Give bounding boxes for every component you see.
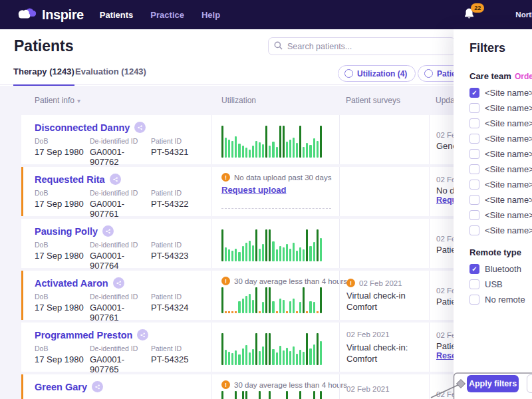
warning-icon: ! (346, 279, 355, 287)
utilization-chart (221, 389, 322, 399)
survey-line: Comfort (346, 353, 408, 364)
deid-value: GA0001-907765 (90, 354, 151, 374)
dob-value: 17 Sep 1980 (35, 147, 90, 157)
patient-id-value: PT-54324 (151, 303, 188, 313)
dob-value: 17 Sep 1980 (35, 303, 90, 313)
tab-bar: Therapy (1243) Evaluation (1243) Utiliza… (0, 63, 532, 85)
checkbox-icon (469, 210, 479, 220)
filter-checkbox-site[interactable]: <Site name> (469, 103, 532, 113)
chip-utilization[interactable]: Utilization (4) (338, 65, 416, 82)
patient-name-link[interactable]: Programmed Preston (35, 330, 132, 340)
dob-label: DoB (35, 189, 90, 197)
filter-checkbox-site[interactable]: <Site name> (469, 195, 532, 205)
warning-icon: ! (221, 173, 230, 182)
patient-name-link[interactable]: Requested Rita (35, 174, 105, 185)
checkbox-checked-icon: ✓ (469, 264, 479, 274)
remote-type-label: Remote type (469, 247, 532, 257)
checkbox-icon (469, 195, 479, 205)
deid-value: GA0001-907761 (90, 199, 151, 219)
sort-down-icon[interactable]: ▾ (77, 97, 80, 104)
checkbox-icon (469, 149, 479, 159)
patient-search[interactable] (268, 37, 456, 55)
dob-label: DoB (35, 293, 90, 301)
dob-label: DoB (35, 241, 90, 249)
dob-label: DoB (35, 137, 90, 145)
tab-therapy[interactable]: Therapy (1243) (13, 66, 74, 86)
checkbox-icon (469, 225, 479, 235)
low-usage-message: 30 day average less than 4 hours (234, 277, 347, 285)
ordered-tag: Ordered (515, 72, 532, 81)
deid-value: GA0001-907761 (90, 303, 151, 323)
nav-item-patients[interactable]: Patients (100, 10, 134, 20)
col-patient-info[interactable]: Patient info▾ (21, 96, 211, 105)
nav-item-help[interactable]: Help (201, 10, 220, 20)
patient-id-label: Patient ID (151, 344, 188, 352)
main-nav: Patients Practice Help (100, 10, 220, 20)
col-utilization: Utilization (211, 96, 339, 105)
empty-chart-dashed-line (221, 208, 331, 209)
brand-name: Inspire (42, 7, 84, 23)
filter-checkbox-site[interactable]: <Site name> (469, 180, 532, 190)
dob-label: DoB (35, 344, 90, 352)
deid-label: De-identified ID (90, 344, 151, 352)
patient-name-link[interactable]: Pausing Polly (35, 226, 98, 237)
checkbox-icon (469, 164, 479, 174)
filter-checkbox-site[interactable]: <Site name> (469, 210, 532, 220)
nav-item-practice[interactable]: Practice (150, 10, 184, 20)
notifications-button[interactable]: 22 (464, 8, 474, 22)
secondary-button-partial[interactable] (527, 374, 532, 393)
survey-line: Virtual check-in (346, 290, 406, 301)
filter-checkbox-site[interactable]: <Site name> (469, 225, 532, 235)
deid-value: GA0001-907764 (90, 251, 151, 271)
deid-label: De-identified ID (90, 137, 151, 145)
patient-id-label: Patient ID (151, 293, 188, 301)
patients-table: Patient info▾ Utilization Patient survey… (0, 86, 532, 399)
deid-label: De-identified ID (90, 241, 151, 249)
share-icon[interactable] (102, 225, 114, 237)
filter-checkbox-site[interactable]: <Site name> (469, 164, 532, 174)
checkbox-icon (469, 118, 479, 128)
filters-panel: Filters Care teamOrdered ✓<Site name> <S… (454, 29, 532, 399)
share-icon[interactable] (134, 122, 146, 133)
survey-date: 02 Feb 2021 (346, 331, 390, 338)
filters-title: Filters (469, 41, 532, 55)
care-team-label: Care teamOrdered (469, 71, 532, 81)
filter-checkbox-usb[interactable]: USB (469, 279, 532, 289)
utilization-chart (221, 285, 322, 313)
deid-value: GA0001-907762 (90, 147, 151, 167)
share-icon[interactable] (92, 381, 103, 392)
deid-label: De-identified ID (90, 189, 151, 197)
share-icon[interactable] (110, 174, 121, 185)
filter-checkbox-site[interactable]: <Site name> (469, 149, 532, 159)
app-logo[interactable]: Inspire (16, 6, 84, 23)
filter-checkbox-bluetooth[interactable]: ✓Bluetooth (469, 264, 532, 274)
tab-evaluation[interactable]: Evaluation (1243) (75, 66, 146, 84)
checkbox-icon (469, 180, 479, 190)
filter-checkbox-site[interactable]: ✓<Site name> (469, 88, 532, 98)
apply-filters-button[interactable]: Apply filters (467, 375, 519, 392)
patient-id-value: PT-54322 (151, 199, 188, 209)
patient-name-link[interactable]: Disconnected Danny (35, 122, 130, 133)
page-title: Patients (14, 37, 73, 55)
filter-checkbox-site[interactable]: <Site name> (469, 118, 532, 128)
notification-count-badge: 22 (471, 3, 484, 13)
cloud-logo-icon (16, 6, 37, 23)
checkbox-checked-icon: ✓ (469, 88, 479, 98)
utilization-chart (221, 331, 322, 365)
patient-id-value: PT-54321 (151, 147, 188, 157)
org-name[interactable]: North (515, 11, 532, 19)
survey-line: Comfort (346, 301, 406, 313)
survey-date: 02 Feb 2021 (359, 279, 402, 287)
filter-checkbox-no-remote[interactable]: No remote (469, 295, 532, 305)
patient-name-link[interactable]: Green Gary (35, 382, 87, 392)
checkbox-icon (469, 295, 479, 305)
patient-name-link[interactable]: Activated Aaron (35, 278, 108, 289)
search-input[interactable] (287, 42, 450, 51)
share-icon[interactable] (137, 329, 148, 340)
deid-label: De-identified ID (90, 293, 151, 301)
filter-checkbox-site[interactable]: <Site name> (469, 134, 532, 144)
utilization-chart (221, 123, 322, 158)
request-upload-link[interactable]: Request upload (221, 185, 287, 195)
patient-id-label: Patient ID (151, 137, 188, 145)
share-icon[interactable] (113, 277, 124, 289)
